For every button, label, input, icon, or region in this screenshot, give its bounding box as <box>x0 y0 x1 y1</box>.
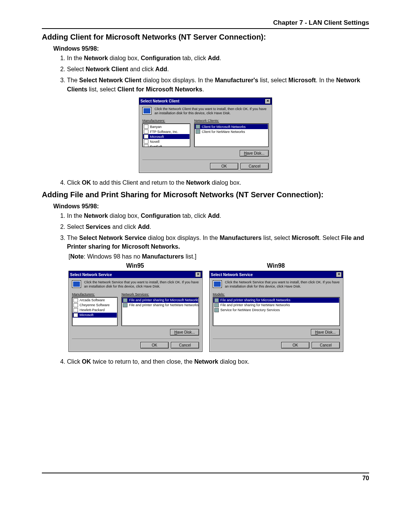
models-label: Models: <box>213 292 340 296</box>
dialog3-instruction: Click the Network Service that you want … <box>225 280 340 289</box>
section1-step-3: The Select Network Client dialog box dis… <box>67 76 369 93</box>
bold: Services <box>86 224 111 230</box>
dialog1-instruction: Click the Network Client that you want t… <box>155 107 269 115</box>
select-network-service-dialog-win98: Select Network Service ✕ Click the Netwo… <box>209 271 343 352</box>
bold: OK <box>82 358 91 365</box>
text: list, select <box>87 86 117 93</box>
section1-step-1: In the Network dialog box, Configuration… <box>67 54 369 62</box>
bold: Network <box>194 358 218 365</box>
text: . In the <box>316 77 336 83</box>
vendor-icon <box>73 303 78 307</box>
have-disk-button[interactable]: Have Disk... <box>311 329 340 335</box>
section2-steps-cont: Click OK twice to return to, and then cl… <box>59 357 369 366</box>
section1-steps: In the Network dialog box, Configuration… <box>59 54 369 94</box>
dialog1-title: Select Network Client <box>140 99 179 103</box>
section2-step-2: Select Services and click Add. <box>67 222 369 231</box>
dialog2-title: Select Network Service <box>70 273 112 277</box>
page-number: 70 <box>42 475 369 482</box>
text: dialog box. <box>218 358 250 365</box>
col-label-win98: Win98 <box>209 262 342 269</box>
select-network-service-dialog-win95: Select Network Service ✕ Click the Netwo… <box>68 271 202 352</box>
list-item[interactable]: Arcada Software <box>73 298 117 303</box>
have-disk-button[interactable]: Have Disk... <box>240 150 269 157</box>
select-network-client-dialog: Select Network Client ✕ Click the Networ… <box>139 97 272 173</box>
text: In the <box>67 55 84 61</box>
text: Click <box>67 358 82 365</box>
close-icon[interactable]: ✕ <box>265 99 271 104</box>
clients-listbox[interactable]: Client for Microsoft Networks Client for… <box>194 123 269 147</box>
have-disk-button[interactable]: Have Disk... <box>170 329 199 335</box>
footer-divider <box>42 473 369 473</box>
models-listbox[interactable]: File and printer sharing for Microsoft N… <box>213 297 340 326</box>
section2-os: Windows 95/98: <box>53 203 369 210</box>
text: to add this Client and return to the <box>91 179 186 186</box>
list-item[interactable]: Cheyenne Software <box>73 303 117 308</box>
text: In the <box>67 212 84 219</box>
list-item[interactable]: FTP Software, Inc. <box>143 129 190 134</box>
close-icon[interactable]: ✕ <box>336 272 342 277</box>
dialog1-titlebar[interactable]: Select Network Client ✕ <box>139 98 272 105</box>
text: : Windows 98 has no <box>84 253 142 260</box>
cancel-button[interactable]: Cancel <box>312 342 340 348</box>
manufacturers-label: Manufacturers: <box>142 119 190 123</box>
list-item[interactable]: File and printer sharing for NetWare Net… <box>213 303 339 308</box>
service-item-icon <box>123 298 127 302</box>
bold: Add <box>208 55 220 61</box>
section2-step-3: The Select Network Service dialog box di… <box>67 233 369 251</box>
text: . <box>167 66 169 72</box>
manufacturers-listbox[interactable]: Banyan FTP Software, Inc. Microsoft Nove… <box>142 123 190 147</box>
bold: Select Network Service <box>79 235 146 241</box>
list-item[interactable]: File and printer sharing for NetWare Net… <box>122 303 198 308</box>
list-item[interactable]: Microsoft <box>73 313 117 318</box>
text: Select <box>67 66 86 72</box>
text: twice to return to, and then close, the <box>91 358 194 365</box>
list-item[interactable]: Service for NetWare Directory Services <box>213 308 339 313</box>
section1-step-4: Click OK to add this Client and return t… <box>67 178 369 187</box>
list-item[interactable]: File and printer sharing for Microsoft N… <box>122 298 198 303</box>
bold: Add <box>138 224 150 230</box>
manufacturers-label: Manufacturers: <box>72 292 118 296</box>
client-icon <box>142 107 151 115</box>
text: list.] <box>184 253 196 260</box>
cancel-button[interactable]: Cancel <box>171 342 199 348</box>
list-item[interactable]: Client for Microsoft Networks <box>195 124 268 129</box>
dialog3-title: Select Network Service <box>211 273 253 277</box>
vendor-icon <box>144 129 148 134</box>
service-item-icon <box>214 308 219 312</box>
list-item[interactable]: Hewlett-Packard <box>73 308 117 313</box>
list-item[interactable]: SunSoft <box>143 144 190 147</box>
list-item[interactable]: Novell <box>143 139 190 144</box>
client-item-icon <box>196 129 200 134</box>
close-icon[interactable]: ✕ <box>195 272 201 277</box>
service-icon <box>213 280 222 288</box>
cancel-button[interactable]: Cancel <box>241 163 269 169</box>
text: dialog box displays. In the <box>146 235 220 241</box>
ok-button[interactable]: OK <box>210 163 238 169</box>
service-item-icon <box>214 303 219 307</box>
ok-button[interactable]: OK <box>140 342 169 348</box>
ok-button[interactable]: OK <box>281 342 309 348</box>
text: dialog box displays. In the <box>142 77 215 83</box>
service-item-icon <box>123 303 127 307</box>
section2-step-1: In the Network dialog box, Configuration… <box>67 211 369 220</box>
section2-note: [Note: Windows 98 has no Manufacturers l… <box>68 253 369 260</box>
text: and click <box>128 66 155 72</box>
vendor-icon <box>144 139 148 144</box>
clients-label: Network Clients: <box>194 119 269 123</box>
bold: Manufacturers <box>220 235 261 241</box>
list-item[interactable]: File and printer sharing for Microsoft N… <box>213 298 339 303</box>
list-item[interactable]: Client for NetWare Networks <box>195 129 268 134</box>
section1-title: Adding Client for Microsoft Networks (NT… <box>42 33 369 42</box>
services-listbox[interactable]: File and printer sharing for Microsoft N… <box>121 297 199 326</box>
list-item[interactable]: Banyan <box>143 124 190 129</box>
bold: Note <box>70 253 84 260</box>
dialog2-titlebar[interactable]: Select Network Service ✕ <box>69 271 202 278</box>
bold: Microsoft <box>288 77 316 83</box>
dialog3-titlebar[interactable]: Select Network Service ✕ <box>210 271 343 278</box>
list-item[interactable]: Microsoft <box>143 134 190 139</box>
bold: OK <box>82 179 91 186</box>
header-divider <box>42 28 369 29</box>
manufacturers-listbox[interactable]: Arcada Software Cheyenne Software Hewlet… <box>72 297 118 326</box>
text: Select <box>67 224 86 230</box>
bold: Network <box>84 212 108 219</box>
